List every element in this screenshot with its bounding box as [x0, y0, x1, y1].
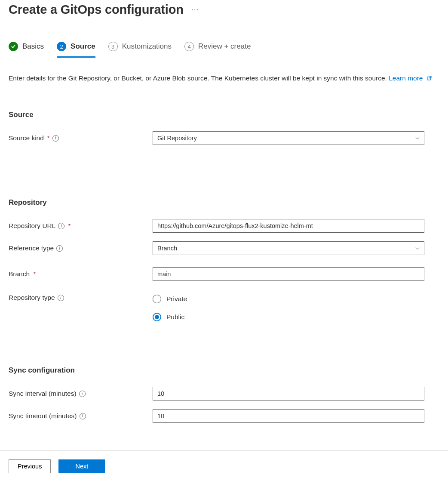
- intro-body: Enter details for the Git Repository, or…: [9, 74, 387, 82]
- intro-text: Enter details for the Git Repository, or…: [9, 73, 439, 84]
- previous-button[interactable]: Previous: [9, 459, 51, 473]
- tab-basics[interactable]: Basics: [9, 42, 44, 58]
- radio-icon: [153, 313, 161, 321]
- label-repo-type: Repository type: [9, 294, 55, 302]
- radio-label: Public: [166, 313, 184, 321]
- info-icon[interactable]: [52, 135, 59, 142]
- label-branch: Branch: [9, 270, 30, 278]
- tab-kustomizations[interactable]: 3 Kustomizations: [108, 42, 172, 58]
- info-icon[interactable]: [58, 295, 64, 301]
- step-number-icon: 2: [57, 42, 66, 51]
- required-indicator: *: [33, 270, 36, 278]
- info-icon[interactable]: [79, 391, 86, 397]
- source-kind-select[interactable]: Git Repository: [153, 131, 424, 145]
- section-heading-sync: Sync configuration: [9, 366, 439, 375]
- repo-type-public-radio[interactable]: Public: [153, 313, 424, 321]
- page-title: Create a GitOps configuration: [9, 3, 184, 17]
- label-reference-type: Reference type: [9, 244, 54, 252]
- reference-type-value: Branch: [157, 245, 177, 252]
- sync-interval-input[interactable]: [153, 387, 424, 400]
- label-source-kind: Source kind: [9, 134, 44, 142]
- more-actions-button[interactable]: ···: [191, 5, 199, 14]
- label-sync-timeout: Sync timeout (minutes): [9, 412, 77, 420]
- wizard-tabs: Basics 2 Source 3 Kustomizations 4 Revie…: [9, 42, 439, 58]
- info-icon[interactable]: [58, 223, 64, 229]
- reference-type-select[interactable]: Branch: [153, 241, 424, 255]
- required-indicator: *: [68, 222, 71, 230]
- wizard-footer: Previous Next: [0, 450, 448, 482]
- radio-label: Private: [166, 295, 187, 303]
- external-link-icon: [427, 74, 432, 84]
- step-number-icon: 3: [108, 42, 118, 51]
- learn-more-link[interactable]: Learn more: [389, 74, 432, 82]
- sync-timeout-input[interactable]: [153, 409, 424, 423]
- section-heading-repository: Repository: [9, 198, 439, 207]
- radio-icon: [153, 295, 161, 303]
- tab-source[interactable]: 2 Source: [57, 42, 95, 58]
- next-button[interactable]: Next: [58, 459, 105, 473]
- step-number-icon: 4: [184, 42, 194, 51]
- learn-more-label: Learn more: [389, 74, 423, 82]
- tab-review-create[interactable]: 4 Review + create: [184, 42, 251, 58]
- repo-type-private-radio[interactable]: Private: [153, 295, 424, 303]
- source-kind-value: Git Repository: [157, 135, 197, 142]
- label-repo-url: Repository URL: [9, 222, 55, 230]
- repo-url-input[interactable]: [153, 219, 424, 233]
- tab-label: Basics: [22, 42, 44, 51]
- branch-input[interactable]: [153, 267, 424, 281]
- section-heading-source: Source: [9, 111, 439, 119]
- tab-label: Review + create: [198, 42, 251, 51]
- info-icon[interactable]: [56, 245, 63, 252]
- tab-label: Kustomizations: [122, 42, 172, 51]
- required-indicator: *: [47, 134, 50, 142]
- repo-type-radio-group: Private Public: [153, 295, 424, 321]
- info-icon[interactable]: [80, 413, 86, 419]
- check-icon: [9, 42, 18, 51]
- tab-label: Source: [71, 42, 95, 51]
- label-sync-interval: Sync interval (minutes): [9, 390, 77, 397]
